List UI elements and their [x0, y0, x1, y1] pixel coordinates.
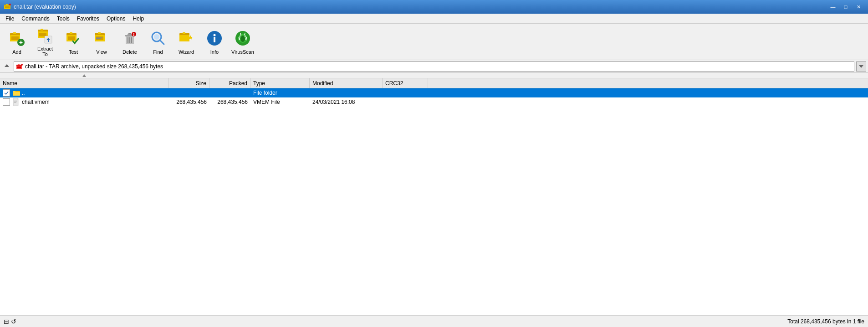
- minimize-button[interactable]: —: [827, 2, 839, 11]
- svg-marker-71: [5, 64, 9, 67]
- toolbar-find-button[interactable]: Find: [145, 26, 171, 58]
- svg-rect-25: [68, 36, 75, 40]
- svg-rect-33: [96, 37, 102, 38]
- test-label: Test: [69, 49, 78, 55]
- svg-text:!: !: [22, 64, 22, 66]
- svg-rect-51: [183, 32, 185, 34]
- column-header-size[interactable]: Size: [168, 78, 209, 88]
- status-icon-minus[interactable]: ⊟: [4, 318, 9, 325]
- svg-rect-44: [133, 35, 134, 36]
- table-row[interactable]: chall.vmem 268,435,456 268,435,456 VMEM …: [0, 97, 868, 107]
- address-text: chall.tar - TAR archive, unpacked size 2…: [25, 63, 163, 70]
- find-icon: [149, 29, 167, 47]
- svg-rect-38: [128, 33, 131, 34]
- menu-options[interactable]: Options: [103, 15, 129, 23]
- menu-tools[interactable]: Tools: [53, 15, 73, 23]
- svg-rect-43: [133, 33, 134, 35]
- add-label: Add: [12, 49, 21, 55]
- delete-label: Delete: [123, 49, 137, 55]
- cell-modified: [310, 88, 383, 97]
- column-header-crc32[interactable]: CRC32: [383, 78, 428, 88]
- test-icon: [64, 29, 82, 47]
- svg-rect-82: [13, 92, 20, 96]
- svg-rect-88: [14, 102, 17, 102]
- svg-rect-32: [98, 32, 101, 34]
- svg-line-47: [160, 40, 164, 44]
- address-field[interactable]: ! chall.tar - TAR archive, unpacked size…: [14, 61, 854, 72]
- menu-favorites[interactable]: Favorites: [73, 15, 103, 23]
- row-checkbox[interactable]: [3, 98, 10, 106]
- menu-help[interactable]: Help: [129, 15, 148, 23]
- cell-crc32: [383, 97, 428, 106]
- toolbar-wizard-button[interactable]: Wizard: [173, 26, 199, 58]
- svg-point-60: [240, 36, 241, 37]
- cell-packed: [209, 88, 250, 97]
- svg-rect-14: [20, 41, 21, 44]
- svg-rect-87: [14, 101, 17, 101]
- sort-indicator-row: [0, 73, 868, 78]
- svg-rect-89: [14, 102, 16, 103]
- svg-rect-39: [128, 37, 128, 43]
- svg-rect-41: [131, 37, 132, 43]
- cell-modified: 24/03/2021 16:08: [310, 97, 383, 106]
- find-label: Find: [153, 49, 163, 55]
- table-row[interactable]: .. File folder: [0, 88, 868, 97]
- column-header-modified[interactable]: Modified: [310, 78, 383, 88]
- archive-small-icon: !: [16, 63, 23, 70]
- window-controls: — □ ✕: [827, 2, 864, 11]
- column-header-name[interactable]: Name: [0, 78, 168, 88]
- extract-label: Extract To: [34, 46, 56, 57]
- svg-rect-11: [13, 32, 16, 34]
- view-label: View: [96, 49, 107, 55]
- svg-rect-4: [6, 4, 8, 5]
- svg-line-69: [240, 33, 241, 35]
- cell-size: [168, 88, 209, 97]
- svg-rect-19: [41, 29, 43, 31]
- svg-rect-83: [13, 91, 15, 92]
- column-header-type[interactable]: Type: [250, 78, 310, 88]
- cell-packed: 268,435,456: [209, 97, 250, 106]
- svg-rect-74: [17, 66, 21, 68]
- row-checkbox[interactable]: [3, 89, 10, 97]
- up-button[interactable]: [2, 61, 12, 72]
- cell-name-text: chall.vmem: [22, 99, 50, 105]
- toolbar: Add Extract To: [0, 24, 868, 60]
- toolbar-info-button[interactable]: Info: [201, 26, 228, 58]
- svg-line-70: [245, 33, 245, 35]
- maximize-button[interactable]: □: [840, 2, 852, 11]
- status-icon-refresh[interactable]: ↺: [11, 318, 16, 325]
- virusscan-icon: [234, 29, 252, 47]
- close-button[interactable]: ✕: [853, 2, 864, 11]
- menu-file[interactable]: File: [2, 15, 18, 23]
- toolbar-view-button[interactable]: View: [88, 26, 115, 58]
- svg-marker-79: [859, 65, 863, 68]
- cell-size: 268,435,456: [168, 97, 209, 106]
- toolbar-test-button[interactable]: Test: [60, 26, 87, 58]
- svg-point-46: [154, 34, 159, 40]
- toolbar-virusscan-button[interactable]: VirusScan: [230, 26, 256, 58]
- svg-rect-27: [70, 32, 72, 34]
- view-icon: [92, 29, 111, 47]
- cell-name: ..: [0, 88, 168, 97]
- status-left: ⊟ ↺: [4, 318, 16, 325]
- wizard-icon: [177, 29, 195, 47]
- status-text: Total 268,435,456 bytes in 1 file: [787, 318, 864, 325]
- toolbar-delete-button[interactable]: Delete: [117, 26, 143, 58]
- add-icon: [8, 29, 26, 47]
- svg-rect-49: [179, 35, 189, 41]
- delete-icon: [121, 29, 139, 47]
- wizard-label: Wizard: [179, 49, 194, 55]
- title-bar: ! chall.tar (evaluation copy) — □ ✕: [0, 0, 868, 14]
- vmem-file-icon: [13, 98, 20, 106]
- folder-icon: [13, 89, 20, 97]
- column-header-packed[interactable]: Packed: [209, 78, 250, 88]
- toolbar-add-button[interactable]: Add: [4, 26, 30, 58]
- cell-name: chall.vmem: [0, 97, 168, 106]
- extract-icon: [36, 27, 54, 44]
- svg-rect-34: [96, 38, 101, 39]
- cell-type: VMEM File: [250, 97, 310, 106]
- toolbar-extract-button[interactable]: Extract To: [32, 26, 58, 58]
- menu-commands[interactable]: Commands: [18, 15, 53, 23]
- address-dropdown-button[interactable]: [856, 61, 866, 72]
- sort-arrow-icon: [82, 74, 87, 77]
